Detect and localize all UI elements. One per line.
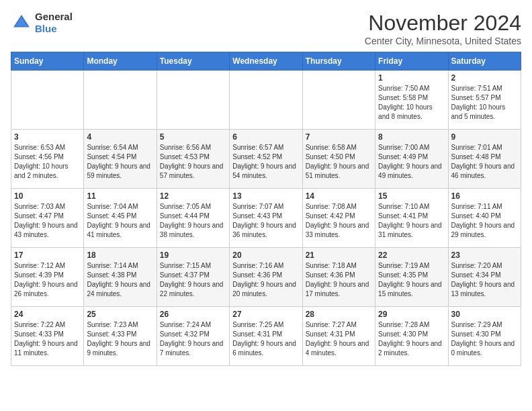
calendar-cell: 22Sunrise: 7:19 AM Sunset: 4:35 PM Dayli…: [375, 248, 448, 307]
calendar-cell: 11Sunrise: 7:04 AM Sunset: 4:45 PM Dayli…: [84, 189, 157, 248]
day-number: 28: [306, 310, 372, 319]
weekday-header-cell: Wednesday: [230, 52, 302, 71]
day-number: 12: [160, 191, 226, 201]
day-number: 6: [232, 132, 299, 142]
calendar-cell: 17Sunrise: 7:12 AM Sunset: 4:39 PM Dayli…: [11, 248, 84, 307]
calendar-cell: 5Sunrise: 6:56 AM Sunset: 4:53 PM Daylig…: [157, 130, 229, 189]
day-number: 16: [451, 191, 518, 201]
calendar: SundayMondayTuesdayWednesdayThursdayFrid…: [11, 52, 521, 366]
weekday-header-cell: Sunday: [11, 52, 84, 71]
day-number: 14: [306, 191, 372, 201]
calendar-cell: [84, 71, 157, 130]
day-info: Sunrise: 7:00 AM Sunset: 4:49 PM Dayligh…: [378, 143, 445, 181]
day-info: Sunrise: 7:12 AM Sunset: 4:39 PM Dayligh…: [14, 261, 81, 299]
day-number: 4: [87, 132, 153, 142]
day-number: 29: [378, 310, 445, 319]
day-info: Sunrise: 7:10 AM Sunset: 4:41 PM Dayligh…: [378, 202, 445, 240]
day-info: Sunrise: 7:08 AM Sunset: 4:42 PM Dayligh…: [306, 202, 372, 240]
day-number: 27: [232, 310, 299, 319]
calendar-week-row: 1Sunrise: 7:50 AM Sunset: 5:58 PM Daylig…: [11, 71, 521, 130]
calendar-week-row: 3Sunrise: 6:53 AM Sunset: 4:56 PM Daylig…: [11, 130, 521, 189]
day-number: 22: [378, 250, 445, 260]
day-info: Sunrise: 7:29 AM Sunset: 4:30 PM Dayligh…: [451, 320, 518, 358]
day-number: 1: [378, 73, 445, 83]
day-number: 19: [160, 250, 226, 260]
day-number: 11: [87, 191, 153, 201]
calendar-cell: 6Sunrise: 6:57 AM Sunset: 4:52 PM Daylig…: [230, 130, 302, 189]
day-number: 9: [451, 132, 518, 142]
day-number: 30: [451, 310, 518, 319]
day-info: Sunrise: 7:50 AM Sunset: 5:58 PM Dayligh…: [378, 84, 445, 122]
day-number: 25: [87, 310, 153, 319]
day-info: Sunrise: 7:01 AM Sunset: 4:48 PM Dayligh…: [451, 143, 518, 181]
day-number: 21: [306, 250, 372, 260]
calendar-cell: 19Sunrise: 7:15 AM Sunset: 4:37 PM Dayli…: [157, 248, 229, 307]
calendar-week-row: 17Sunrise: 7:12 AM Sunset: 4:39 PM Dayli…: [11, 248, 521, 307]
calendar-cell: 4Sunrise: 6:54 AM Sunset: 4:54 PM Daylig…: [84, 130, 157, 189]
calendar-cell: [11, 71, 84, 130]
day-number: 8: [378, 132, 445, 142]
calendar-cell: 9Sunrise: 7:01 AM Sunset: 4:48 PM Daylig…: [448, 130, 521, 189]
calendar-cell: 26Sunrise: 7:24 AM Sunset: 4:32 PM Dayli…: [157, 307, 229, 366]
day-number: 5: [160, 132, 226, 142]
day-number: 13: [232, 191, 299, 201]
day-info: Sunrise: 7:16 AM Sunset: 4:36 PM Dayligh…: [232, 261, 299, 299]
calendar-cell: 23Sunrise: 7:20 AM Sunset: 4:34 PM Dayli…: [448, 248, 521, 307]
day-info: Sunrise: 7:14 AM Sunset: 4:38 PM Dayligh…: [87, 261, 153, 299]
calendar-week-row: 24Sunrise: 7:22 AM Sunset: 4:33 PM Dayli…: [11, 307, 521, 366]
day-info: Sunrise: 6:53 AM Sunset: 4:56 PM Dayligh…: [14, 143, 81, 181]
calendar-cell: [302, 71, 375, 130]
day-info: Sunrise: 7:24 AM Sunset: 4:32 PM Dayligh…: [160, 320, 226, 358]
month-title: November 2024: [365, 11, 521, 36]
day-number: 20: [232, 250, 299, 260]
day-info: Sunrise: 7:20 AM Sunset: 4:34 PM Dayligh…: [451, 261, 518, 299]
day-info: Sunrise: 7:04 AM Sunset: 4:45 PM Dayligh…: [87, 202, 153, 240]
calendar-cell: 8Sunrise: 7:00 AM Sunset: 4:49 PM Daylig…: [375, 130, 448, 189]
day-number: 15: [378, 191, 445, 201]
weekday-header-cell: Thursday: [302, 52, 375, 71]
calendar-cell: 10Sunrise: 7:03 AM Sunset: 4:47 PM Dayli…: [11, 189, 84, 248]
calendar-cell: 21Sunrise: 7:18 AM Sunset: 4:36 PM Dayli…: [302, 248, 375, 307]
day-info: Sunrise: 6:57 AM Sunset: 4:52 PM Dayligh…: [232, 143, 299, 181]
calendar-cell: 29Sunrise: 7:28 AM Sunset: 4:30 PM Dayli…: [375, 307, 448, 366]
day-info: Sunrise: 7:03 AM Sunset: 4:47 PM Dayligh…: [14, 202, 81, 240]
calendar-cell: [157, 71, 229, 130]
day-info: Sunrise: 7:07 AM Sunset: 4:43 PM Dayligh…: [232, 202, 299, 240]
day-number: 17: [14, 250, 81, 260]
calendar-cell: [230, 71, 302, 130]
day-info: Sunrise: 6:58 AM Sunset: 4:50 PM Dayligh…: [306, 143, 372, 181]
day-info: Sunrise: 7:18 AM Sunset: 4:36 PM Dayligh…: [306, 261, 372, 299]
day-info: Sunrise: 7:28 AM Sunset: 4:30 PM Dayligh…: [378, 320, 445, 358]
day-info: Sunrise: 7:15 AM Sunset: 4:37 PM Dayligh…: [160, 261, 226, 299]
calendar-body: 1Sunrise: 7:50 AM Sunset: 5:58 PM Daylig…: [11, 71, 521, 366]
weekday-header-cell: Saturday: [448, 52, 521, 71]
logo-icon: [11, 12, 32, 34]
day-info: Sunrise: 7:51 AM Sunset: 5:57 PM Dayligh…: [451, 84, 518, 122]
day-info: Sunrise: 7:05 AM Sunset: 4:44 PM Dayligh…: [160, 202, 226, 240]
calendar-cell: 12Sunrise: 7:05 AM Sunset: 4:44 PM Dayli…: [157, 189, 229, 248]
header: General Blue November 2024 Center City, …: [11, 11, 521, 46]
calendar-cell: 25Sunrise: 7:23 AM Sunset: 4:33 PM Dayli…: [84, 307, 157, 366]
weekday-header-cell: Tuesday: [157, 52, 229, 71]
day-number: 23: [451, 250, 518, 260]
day-number: 18: [87, 250, 153, 260]
calendar-cell: 7Sunrise: 6:58 AM Sunset: 4:50 PM Daylig…: [302, 130, 375, 189]
day-info: Sunrise: 7:19 AM Sunset: 4:35 PM Dayligh…: [378, 261, 445, 299]
weekday-header-cell: Monday: [84, 52, 157, 71]
calendar-cell: 14Sunrise: 7:08 AM Sunset: 4:42 PM Dayli…: [302, 189, 375, 248]
calendar-cell: 15Sunrise: 7:10 AM Sunset: 4:41 PM Dayli…: [375, 189, 448, 248]
title-area: November 2024 Center City, Minnesota, Un…: [365, 11, 521, 46]
weekday-header-cell: Friday: [375, 52, 448, 71]
calendar-cell: 1Sunrise: 7:50 AM Sunset: 5:58 PM Daylig…: [375, 71, 448, 130]
day-info: Sunrise: 6:56 AM Sunset: 4:53 PM Dayligh…: [160, 143, 226, 181]
calendar-cell: 18Sunrise: 7:14 AM Sunset: 4:38 PM Dayli…: [84, 248, 157, 307]
calendar-cell: 28Sunrise: 7:27 AM Sunset: 4:31 PM Dayli…: [302, 307, 375, 366]
day-info: Sunrise: 7:23 AM Sunset: 4:33 PM Dayligh…: [87, 320, 153, 358]
day-info: Sunrise: 7:22 AM Sunset: 4:33 PM Dayligh…: [14, 320, 81, 358]
calendar-cell: 2Sunrise: 7:51 AM Sunset: 5:57 PM Daylig…: [448, 71, 521, 130]
calendar-cell: 3Sunrise: 6:53 AM Sunset: 4:56 PM Daylig…: [11, 130, 84, 189]
day-number: 10: [14, 191, 81, 201]
weekday-header-row: SundayMondayTuesdayWednesdayThursdayFrid…: [11, 52, 521, 71]
calendar-cell: 24Sunrise: 7:22 AM Sunset: 4:33 PM Dayli…: [11, 307, 84, 366]
calendar-cell: 16Sunrise: 7:11 AM Sunset: 4:40 PM Dayli…: [448, 189, 521, 248]
